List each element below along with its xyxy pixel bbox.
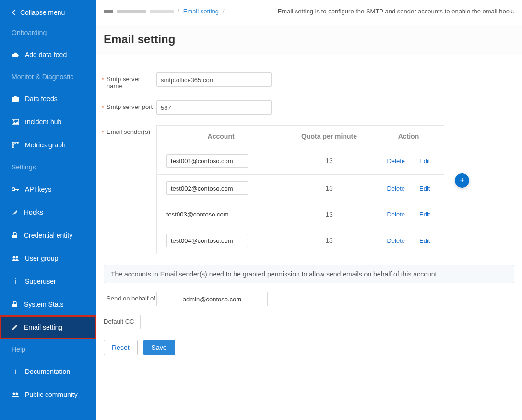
label-smtp-server-name: Smtp server name bbox=[104, 72, 156, 90]
collapse-menu[interactable]: Collapse menu bbox=[0, 3, 96, 22]
account-input[interactable] bbox=[166, 154, 248, 168]
breadcrumb-redacted bbox=[104, 10, 113, 13]
add-sender-button[interactable]: + bbox=[455, 173, 469, 188]
info-icon: i bbox=[12, 277, 19, 285]
lock-icon bbox=[12, 301, 18, 308]
main-panel: / Email setting / Email setting is to co… bbox=[96, 0, 522, 420]
account-input[interactable] bbox=[166, 234, 248, 247]
edit-link[interactable]: Edit bbox=[419, 237, 430, 244]
row-smtp-server-name: Smtp server name bbox=[104, 72, 514, 90]
sidebar-item-documentation[interactable]: i Documentation bbox=[0, 360, 96, 383]
default-cc-input[interactable] bbox=[140, 315, 251, 329]
row-default-cc: Default CC bbox=[104, 315, 514, 329]
section-settings: Settings bbox=[0, 156, 96, 178]
section-onboarding: Onboarding bbox=[0, 22, 96, 43]
sidebar-item-label: Metrics graph bbox=[25, 141, 66, 149]
svg-rect-0 bbox=[12, 97, 19, 102]
edit-link[interactable]: Edit bbox=[419, 157, 430, 165]
smtp-server-name-input[interactable] bbox=[156, 72, 272, 87]
sidebar-item-metrics-graph[interactable]: Metrics graph bbox=[0, 133, 96, 156]
topbar: / Email setting / Email setting is to co… bbox=[96, 0, 522, 17]
table-row: 13DeleteEdit bbox=[157, 227, 444, 254]
account-input[interactable] bbox=[166, 181, 248, 195]
page-title: Email setting bbox=[96, 25, 522, 55]
users-icon bbox=[12, 392, 19, 397]
breadcrumb-current[interactable]: Email setting bbox=[183, 8, 219, 15]
sidebar-item-api-keys[interactable]: API keys bbox=[0, 178, 96, 201]
account-text: test003@contoso.com bbox=[166, 209, 229, 220]
svg-rect-8 bbox=[12, 235, 17, 238]
plus-icon: + bbox=[460, 176, 465, 186]
label-send-on-behalf: Send on behalf of bbox=[104, 292, 156, 302]
sidebar-item-user-group[interactable]: User group bbox=[0, 247, 96, 270]
label-smtp-server-port: Smtp server port bbox=[104, 100, 156, 110]
sidebar-item-label: Public community bbox=[25, 391, 78, 398]
sidebar-item-label: Add data feed bbox=[25, 51, 67, 59]
smtp-server-port-input[interactable] bbox=[156, 100, 272, 115]
sidebar-item-label: Email setting bbox=[24, 324, 62, 331]
sidebar-item-label: API keys bbox=[25, 185, 51, 193]
svg-point-3 bbox=[13, 120, 15, 122]
sidebar-item-email-setting[interactable]: Email setting bbox=[0, 316, 96, 339]
delete-link[interactable]: Delete bbox=[387, 237, 405, 244]
svg-point-12 bbox=[13, 393, 15, 395]
sidebar-item-label: Documentation bbox=[25, 368, 70, 375]
svg-point-10 bbox=[16, 256, 18, 259]
permission-banner: The accounts in Email sender(s) need to … bbox=[104, 265, 514, 283]
save-button[interactable]: Save bbox=[143, 340, 175, 355]
sidebar-item-label: Credential entity bbox=[24, 231, 72, 239]
reset-button[interactable]: Reset bbox=[104, 340, 138, 355]
sidebar-item-label: System Stats bbox=[24, 300, 63, 308]
edit-link[interactable]: Edit bbox=[419, 211, 430, 218]
svg-point-13 bbox=[16, 393, 18, 395]
sidebar-item-public-community[interactable]: Public community bbox=[0, 383, 96, 406]
breadcrumb-redacted bbox=[150, 10, 174, 13]
svg-point-7 bbox=[12, 188, 15, 191]
sidebar: Collapse menu Onboarding Add data feed M… bbox=[0, 0, 96, 420]
users-icon bbox=[12, 255, 19, 261]
collapse-menu-label: Collapse menu bbox=[20, 9, 65, 16]
row-send-on-behalf: Send on behalf of bbox=[104, 292, 514, 306]
label-email-senders: Email sender(s) bbox=[104, 125, 156, 135]
edit-link[interactable]: Edit bbox=[419, 185, 430, 192]
sidebar-item-superuser[interactable]: i Superuser bbox=[0, 270, 96, 293]
delete-link[interactable]: Delete bbox=[387, 185, 405, 192]
lock-icon bbox=[12, 232, 18, 239]
branch-icon bbox=[12, 141, 19, 149]
sidebar-item-label: Superuser bbox=[25, 277, 56, 285]
send-on-behalf-input[interactable] bbox=[156, 292, 268, 306]
delete-link[interactable]: Delete bbox=[387, 211, 405, 218]
form-area: Smtp server name Smtp server port Email … bbox=[96, 63, 522, 365]
quota-cell: 13 bbox=[285, 202, 373, 227]
breadcrumb-separator: / bbox=[178, 8, 179, 15]
senders-table-wrap: Account Quota per minute Action 13Delete… bbox=[156, 125, 444, 254]
col-action: Action bbox=[373, 126, 444, 147]
quota-cell: 13 bbox=[285, 227, 373, 254]
key-icon bbox=[12, 187, 19, 192]
sidebar-item-label: User group bbox=[25, 254, 58, 262]
sidebar-item-label: Incident hub bbox=[25, 118, 61, 126]
briefcase-icon bbox=[12, 96, 19, 102]
svg-point-6 bbox=[17, 142, 19, 144]
svg-point-5 bbox=[12, 146, 14, 148]
breadcrumb-redacted bbox=[117, 10, 146, 13]
row-email-senders: Email sender(s) Account Quota per minute… bbox=[104, 125, 514, 254]
sidebar-item-credential-entity[interactable]: Credential entity bbox=[0, 224, 96, 247]
section-help: Help bbox=[0, 339, 96, 360]
cloud-upload-icon bbox=[12, 52, 19, 58]
sidebar-item-label: Data feeds bbox=[25, 95, 58, 103]
sidebar-item-system-stats[interactable]: System Stats bbox=[0, 293, 96, 316]
breadcrumb: / Email setting / bbox=[104, 8, 225, 15]
buttons-row: Reset Save bbox=[104, 340, 514, 355]
svg-rect-11 bbox=[12, 304, 17, 307]
sidebar-item-incident-hub[interactable]: Incident hub bbox=[0, 110, 96, 133]
row-smtp-server-port: Smtp server port bbox=[104, 100, 514, 115]
sidebar-item-data-feeds[interactable]: Data feeds bbox=[0, 87, 96, 110]
sidebar-item-add-data-feed[interactable]: Add data feed bbox=[0, 43, 96, 66]
breadcrumb-separator: / bbox=[223, 8, 225, 15]
chevron-left-icon bbox=[12, 10, 16, 15]
svg-point-4 bbox=[12, 142, 14, 144]
delete-link[interactable]: Delete bbox=[387, 157, 405, 165]
sidebar-item-hooks[interactable]: Hooks bbox=[0, 201, 96, 224]
col-quota: Quota per minute bbox=[285, 126, 373, 147]
